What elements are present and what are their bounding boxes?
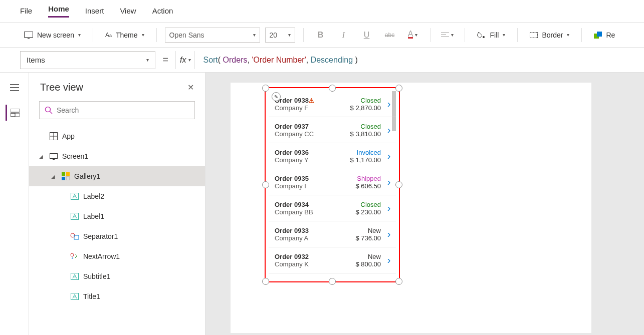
italic-button[interactable]: I	[335, 28, 353, 43]
tree-node-app[interactable]: App	[29, 126, 205, 146]
order-title: Order 0937	[275, 123, 346, 130]
formula-input[interactable]: Sort( Orders, 'Order Number', Descending…	[199, 51, 639, 69]
svg-point-15	[46, 107, 51, 112]
tree-node-nextarrow1[interactable]: + NextArrow1	[29, 246, 205, 266]
expand-icon[interactable]: ◢	[51, 174, 57, 179]
tree-node-separator1[interactable]: Separator1	[29, 226, 205, 246]
search-input[interactable]	[57, 106, 189, 114]
order-company: Company Y	[275, 156, 346, 164]
tree-node-subtitle1[interactable]: Subtitle1	[29, 266, 205, 286]
hamburger-button[interactable]	[7, 80, 23, 96]
label-icon	[70, 212, 79, 221]
new-screen-label: New screen	[37, 31, 74, 39]
resize-handle[interactable]	[262, 278, 269, 285]
order-amount: $ 736.00	[346, 234, 381, 242]
font-size-select[interactable]: 20 ▾	[265, 28, 295, 43]
fill-label: Fill	[490, 31, 499, 39]
separator	[93, 28, 93, 42]
menu-file[interactable]: File	[20, 7, 32, 16]
order-title: Order 0934	[275, 201, 346, 208]
chevron-down-icon: ▾	[288, 32, 291, 38]
artboard[interactable]: ✎ Order 0938⚠Company FClosed$ 2,870.00›O…	[231, 83, 591, 333]
canvas[interactable]: ✎ Order 0938⚠Company FClosed$ 2,870.00›O…	[205, 73, 644, 335]
resize-handle[interactable]	[262, 85, 269, 92]
edit-pencil-icon[interactable]: ✎	[272, 92, 281, 101]
tree-node-label2[interactable]: Label2	[29, 186, 205, 206]
resize-handle[interactable]	[395, 181, 402, 188]
align-button[interactable]: ▾	[439, 28, 457, 43]
formula-source: Orders	[223, 56, 248, 65]
reorder-button[interactable]: Re	[590, 29, 619, 41]
menu-insert[interactable]: Insert	[85, 7, 104, 16]
chevron-down-icon: ▾	[503, 32, 505, 38]
chevron-right-icon[interactable]: ›	[382, 124, 396, 136]
order-title: Order 0932	[275, 253, 346, 260]
property-select[interactable]: Items ▾	[20, 51, 155, 69]
tree-header: Tree view ✕	[29, 73, 205, 98]
gallery-row[interactable]: Order 0934Company BBClosed$ 230.00›	[269, 195, 396, 221]
border-label: Border	[542, 31, 563, 39]
tree-node-title1[interactable]: Title1	[29, 286, 205, 306]
menu-bar: File Home Insert View Action	[0, 0, 644, 23]
search-box[interactable]	[39, 101, 195, 119]
font-select[interactable]: Open Sans ▾	[165, 28, 260, 43]
tree-panel: Tree view ✕ App ◢	[29, 73, 205, 335]
chevron-right-icon[interactable]: ›	[382, 176, 396, 188]
theme-button[interactable]: Aa Theme ▾	[101, 29, 148, 41]
label-icon	[70, 272, 79, 281]
formula-field: 'Order Number'	[252, 56, 306, 65]
reorder-label: Re	[606, 31, 615, 39]
selection-box[interactable]: ✎ Order 0938⚠Company FClosed$ 2,870.00›O…	[265, 87, 400, 282]
svg-rect-8	[597, 32, 602, 37]
gallery-row[interactable]: Order 0932Company KNew$ 800.00›	[269, 247, 396, 273]
equals-sign: =	[159, 54, 171, 66]
menu-view[interactable]: View	[120, 7, 136, 16]
strikethrough-button[interactable]: abc	[381, 28, 399, 43]
gallery-row[interactable]: Order 0938⚠Company FClosed$ 2,870.00›	[269, 91, 396, 117]
order-amount: $ 800.00	[346, 260, 381, 268]
chevron-right-icon[interactable]: ›	[382, 150, 396, 162]
order-company: Company I	[275, 182, 346, 190]
resize-handle[interactable]	[329, 85, 336, 92]
tree-node-gallery[interactable]: ◢ Gallery1	[29, 166, 205, 186]
chevron-right-icon[interactable]: ›	[382, 98, 396, 110]
tree-node-screen[interactable]: ◢ Screen1	[29, 146, 205, 166]
order-amount: $ 3,810.00	[346, 130, 381, 138]
chevron-right-icon[interactable]: ›	[382, 202, 396, 214]
resize-handle[interactable]	[395, 278, 402, 285]
new-screen-button[interactable]: New screen ▾	[20, 29, 85, 41]
gallery-control[interactable]: Order 0938⚠Company FClosed$ 2,870.00›Ord…	[269, 91, 396, 278]
svg-rect-0	[25, 32, 33, 37]
tree-label: Title1	[83, 292, 100, 300]
tree-view-button[interactable]	[6, 105, 22, 121]
resize-handle[interactable]	[329, 278, 336, 285]
close-icon[interactable]: ✕	[187, 83, 194, 92]
order-company: Company A	[275, 234, 346, 242]
resize-handle[interactable]	[395, 85, 402, 92]
expand-icon[interactable]: ◢	[39, 154, 45, 159]
gallery-row[interactable]: Order 0935Company IShipped$ 606.50›	[269, 169, 396, 195]
gallery-row[interactable]: Order 0936Company YInvoiced$ 1,170.00›	[269, 143, 396, 169]
gallery-row[interactable]: Order 0933Company ANew$ 736.00›	[269, 221, 396, 247]
font-color-button[interactable]: A ▾	[404, 28, 422, 43]
chevron-right-icon[interactable]: ›	[382, 228, 396, 240]
search-icon	[45, 106, 53, 114]
tree-node-label1[interactable]: Label1	[29, 206, 205, 226]
resize-handle[interactable]	[262, 181, 269, 188]
bold-button[interactable]: B	[312, 28, 330, 43]
separator	[465, 28, 465, 42]
underline-button[interactable]: U	[358, 28, 376, 43]
chevron-down-icon: ▾	[253, 32, 256, 38]
fill-button[interactable]: Fill ▾	[473, 29, 510, 41]
theme-icon: Aa	[105, 32, 112, 39]
tree-label: Label2	[83, 192, 104, 200]
chevron-right-icon[interactable]: ›	[382, 254, 396, 266]
order-title: Order 0936	[275, 149, 346, 156]
menu-action[interactable]: Action	[152, 7, 173, 16]
fx-button[interactable]: fx ▾	[175, 51, 195, 69]
border-button[interactable]: Border ▾	[526, 29, 573, 41]
menu-home[interactable]: Home	[48, 5, 69, 18]
gallery-row[interactable]: Order 0937Company CCClosed$ 3,810.00›	[269, 117, 396, 143]
tree-label: Subtitle1	[83, 272, 110, 280]
font-size: 20	[270, 31, 278, 39]
